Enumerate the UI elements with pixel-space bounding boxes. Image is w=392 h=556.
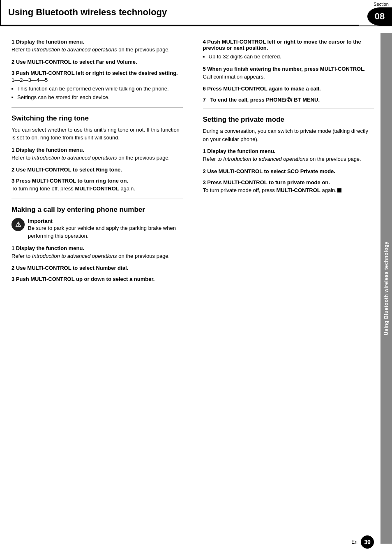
left-column: 1 Display the function menu. Refer to In… [12,34,193,283]
footer-page-number: 39 [361,535,374,549]
sw-step1-body: Refer to Introduction to advanced operat… [12,154,183,162]
pr-step2-heading: 2 Use MULTI-CONTROL to select SCO Privat… [203,168,374,174]
header-title-area: Using Bluetooth wireless technology [0,0,359,25]
mk-step1-heading: 1 Display the function menu. [12,245,183,251]
pr-step1-heading: 1 Display the function menu. [203,148,374,154]
important-content: Important Be sure to park your vehicle a… [28,218,183,240]
mk-step2-heading: 2 Use MULTI-CONTROL to select Number dia… [12,265,183,271]
section-divider-right [203,109,374,109]
step3-sequence: 1—2—3—4—5 [12,77,183,83]
bullet-item: This function can be performed even whil… [12,85,183,93]
footer-lang: En [351,539,357,545]
step5-body: Call confirmation appears. [203,73,374,81]
step6-heading: 6 Press MULTI-CONTROL again to make a ca… [203,86,374,92]
important-box: ⚠ Important Be sure to park your vehicle… [12,218,183,240]
header-section-box: Section 08 [359,0,392,25]
sw-step1-heading: 1 Display the function menu. [12,147,183,153]
important-label: Important [28,218,183,224]
mk-step1-body: Refer to Introduction to advanced operat… [12,252,183,260]
section-divider-2 [12,199,183,199]
switching-intro: You can select whether to use this unit'… [12,126,183,142]
section-divider [12,107,183,108]
stop-icon [337,188,341,192]
step7-heading: 7 To end the call, press PHONE/✆/ BT MEN… [203,97,374,103]
step2-heading: 2 Use MULTI-CONTROL to select Far end Vo… [12,59,183,65]
important-icon: ⚠ [12,218,25,231]
mk-step3-heading: 3 Push MULTI-CONTROL up or down to selec… [12,276,183,282]
section-label: Section [374,0,392,7]
making-heading: Making a call by entering phone number [12,206,183,214]
step4-heading: 4 Push MULTI-CONTROL left or right to mo… [203,39,374,51]
step3-heading: 3 Push MULTI-CONTROL left or right to se… [12,70,183,76]
step5-heading: 5 When you finish entering the number, p… [203,66,374,72]
bullet-item: Settings can be stored for each device. [12,93,183,102]
important-text: Be sure to park your vehicle and apply t… [28,224,183,240]
pr-step1-body: Refer to Introduction to advanced operat… [203,155,374,163]
page-header: Using Bluetooth wireless technology Sect… [0,0,392,26]
section-number: 08 [367,7,392,25]
step1-heading: 1 Display the function menu. [12,39,183,45]
footer: En 39 [351,535,374,549]
private-heading: Setting the private mode [203,116,374,124]
step4-bullets: Up to 32 digits can be entered. [203,53,374,61]
content-area: 1 Display the function menu. Refer to In… [0,26,392,290]
switching-heading: Switching the ring tone [12,114,183,123]
right-column: 4 Push MULTI-CONTROL left or right to mo… [193,34,374,283]
page-wrapper: Using Bluetooth wireless technology Sect… [0,0,392,556]
step1-body: Refer to Introduction to advanced operat… [12,46,183,54]
side-tab-text: Using Bluetooth wireless technology [383,241,389,335]
side-tab: Using Bluetooth wireless technology [380,33,392,544]
sw-step3-body: To turn ring tone off, press MULTI-CONTR… [12,185,183,193]
sw-step3-heading: 3 Press MULTI-CONTROL to turn ring tone … [12,178,183,184]
pr-step3-body: To turn private mode off, press MULTI-CO… [203,186,374,195]
private-intro: During a conversation, you can switch to… [203,127,374,143]
page-title: Using Bluetooth wireless technology [8,7,167,18]
bullet-item: Up to 32 digits can be entered. [203,53,374,61]
pr-step3-heading: 3 Press MULTI-CONTROL to turn private mo… [203,179,374,185]
step3-bullets: This function can be performed even whil… [12,85,183,102]
sw-step2-heading: 2 Use MULTI-CONTROL to select Ring tone. [12,167,183,173]
